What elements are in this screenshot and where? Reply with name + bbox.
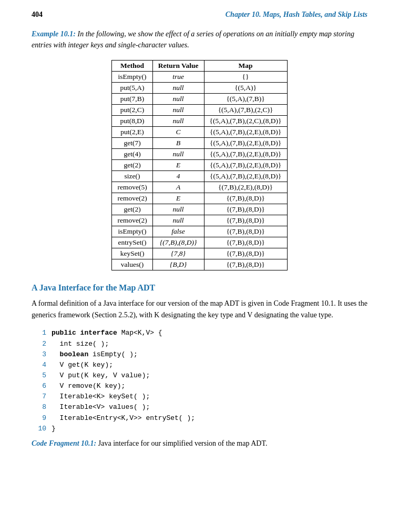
cell-return: C xyxy=(152,127,204,138)
table-row: put(2,C)null{(5,A),(7,B),(2,C)} xyxy=(112,105,287,116)
cell-map: {(5,A),(7,B),(2,C)} xyxy=(204,105,287,116)
cell-map: {(7,B),(8,D)} xyxy=(204,215,287,226)
line-content: Iterable<K> keySet( ); xyxy=(52,392,150,402)
cell-return: null xyxy=(152,116,204,127)
cell-return: E xyxy=(152,160,204,171)
cell-map: {(5,A),(7,B),(2,C),(8,D)} xyxy=(204,116,287,127)
line-number: 8 xyxy=(32,402,46,413)
table-row: isEmpty()false{(7,B),(8,D)} xyxy=(112,226,287,237)
code-fragment-label: Code Fragment 10.1: xyxy=(32,439,96,447)
code-caption-text: Java interface for our simplified versio… xyxy=(96,439,267,447)
cell-method: get(4) xyxy=(112,149,152,160)
line-content: V get(K key); xyxy=(52,360,113,370)
code-line: 6 V remove(K key); xyxy=(32,381,367,392)
cell-map: {(7,B),(8,D)} xyxy=(204,204,287,215)
col-header-return: Return Value xyxy=(152,61,204,72)
table-row: get(4)null{(5,A),(7,B),(2,E),(8,D)} xyxy=(112,149,287,160)
line-number: 3 xyxy=(32,349,46,360)
code-line: 1public interface Map<K,V> { xyxy=(32,328,367,338)
cell-map: {(7,B),(8,D)} xyxy=(204,226,287,237)
cell-map: {(5,A),(7,B),(2,E),(8,D)} xyxy=(204,138,287,149)
table-row: remove(5)A{(7,B),(2,E),(8,D)} xyxy=(112,182,287,193)
col-header-method: Method xyxy=(112,61,152,72)
section-body: A formal definition of a Java interface … xyxy=(32,298,367,320)
cell-return: B xyxy=(152,138,204,149)
line-content: Iterable<Entry<K,V>> entrySet( ); xyxy=(52,413,195,424)
code-line: 8 Iterable<V> values( ); xyxy=(32,402,367,413)
code-line: 3 boolean isEmpty( ); xyxy=(32,349,367,360)
operations-table-container: Method Return Value Map isEmpty()true{}p… xyxy=(32,60,367,270)
code-line: 5 V put(K key, V value); xyxy=(32,370,367,381)
cell-return: null xyxy=(152,105,204,116)
cell-method: put(7,B) xyxy=(112,94,152,105)
cell-map: {(5,A),(7,B),(2,E),(8,D)} xyxy=(204,149,287,160)
cell-method: isEmpty() xyxy=(112,226,152,237)
cell-map: {(5,A),(7,B),(2,E),(8,D)} xyxy=(204,127,287,138)
code-block: 1public interface Map<K,V> {2 int size( … xyxy=(32,328,367,434)
line-content: int size( ); xyxy=(52,339,109,349)
line-content: public interface Map<K,V> { xyxy=(52,328,162,338)
cell-return: null xyxy=(152,149,204,160)
cell-map: {(5,A),(7,B)} xyxy=(204,94,287,105)
cell-method: isEmpty() xyxy=(112,72,152,83)
cell-method: put(8,D) xyxy=(112,116,152,127)
section-title: A Java Interface for the Map ADT xyxy=(32,283,367,293)
cell-method: put(2,E) xyxy=(112,127,152,138)
cell-map: {} xyxy=(204,72,287,83)
cell-method: get(7) xyxy=(112,138,152,149)
line-content: V put(K key, V value); xyxy=(52,370,150,381)
cell-method: remove(2) xyxy=(112,215,152,226)
cell-return: false xyxy=(152,226,204,237)
table-row: get(2)null{(7,B),(8,D)} xyxy=(112,204,287,215)
example-description: Example 10.1: In the following, we show … xyxy=(32,28,367,51)
cell-return: A xyxy=(152,182,204,193)
code-caption: Code Fragment 10.1: Java interface for o… xyxy=(32,439,367,448)
cell-method: size() xyxy=(112,171,152,182)
cell-method: put(2,C) xyxy=(112,105,152,116)
line-number: 1 xyxy=(32,328,46,338)
cell-method: remove(5) xyxy=(112,182,152,193)
code-line: 9 Iterable<Entry<K,V>> entrySet( ); xyxy=(32,413,367,424)
example-text: In the following, we show the effect of … xyxy=(32,30,354,49)
cell-return: 4 xyxy=(152,171,204,182)
cell-map: {(5,A),(7,B),(2,E),(8,D)} xyxy=(204,171,287,182)
code-line: 7 Iterable<K> keySet( ); xyxy=(32,392,367,402)
line-number: 7 xyxy=(32,392,46,402)
line-number: 2 xyxy=(32,339,46,349)
table-row: values(){B,D}{(7,B),(8,D)} xyxy=(112,259,287,270)
line-number: 10 xyxy=(32,424,46,434)
col-header-map: Map xyxy=(204,61,287,72)
cell-method: keySet() xyxy=(112,248,152,259)
code-line: 2 int size( ); xyxy=(32,339,367,349)
chapter-title: Chapter 10. Maps, Hash Tables, and Skip … xyxy=(226,11,367,19)
line-number: 9 xyxy=(32,413,46,424)
line-content: V remove(K key); xyxy=(52,381,125,392)
cell-map: {(5,A),(7,B),(2,E),(8,D)} xyxy=(204,160,287,171)
cell-map: {(7,B),(8,D)} xyxy=(204,193,287,204)
cell-return: null xyxy=(152,215,204,226)
page-number: 404 xyxy=(32,11,43,19)
cell-method: remove(2) xyxy=(112,193,152,204)
code-line: 10} xyxy=(32,424,367,434)
example-label: Example 10.1: xyxy=(32,30,76,38)
table-row: put(5,A)null{(5,A)} xyxy=(112,83,287,94)
table-row: remove(2)null{(7,B),(8,D)} xyxy=(112,215,287,226)
cell-return: true xyxy=(152,72,204,83)
cell-method: values() xyxy=(112,259,152,270)
line-number: 4 xyxy=(32,360,46,370)
operations-table: Method Return Value Map isEmpty()true{}p… xyxy=(111,60,287,270)
table-row: entrySet(){(7,B),(8,D)}{(7,B),(8,D)} xyxy=(112,237,287,248)
cell-map: {(7,B),(2,E),(8,D)} xyxy=(204,182,287,193)
cell-return: null xyxy=(152,204,204,215)
table-row: get(7)B{(5,A),(7,B),(2,E),(8,D)} xyxy=(112,138,287,149)
table-row: put(8,D)null{(5,A),(7,B),(2,C),(8,D)} xyxy=(112,116,287,127)
code-line: 4 V get(K key); xyxy=(32,360,367,370)
line-content: boolean isEmpty( ); xyxy=(52,349,138,360)
table-row: keySet(){7,8}{(7,B),(8,D)} xyxy=(112,248,287,259)
page-header: 404 Chapter 10. Maps, Hash Tables, and S… xyxy=(32,11,367,19)
cell-map: {(7,B),(8,D)} xyxy=(204,237,287,248)
table-row: size()4{(5,A),(7,B),(2,E),(8,D)} xyxy=(112,171,287,182)
line-content: } xyxy=(52,424,56,434)
cell-return: {B,D} xyxy=(152,259,204,270)
line-number: 5 xyxy=(32,370,46,381)
